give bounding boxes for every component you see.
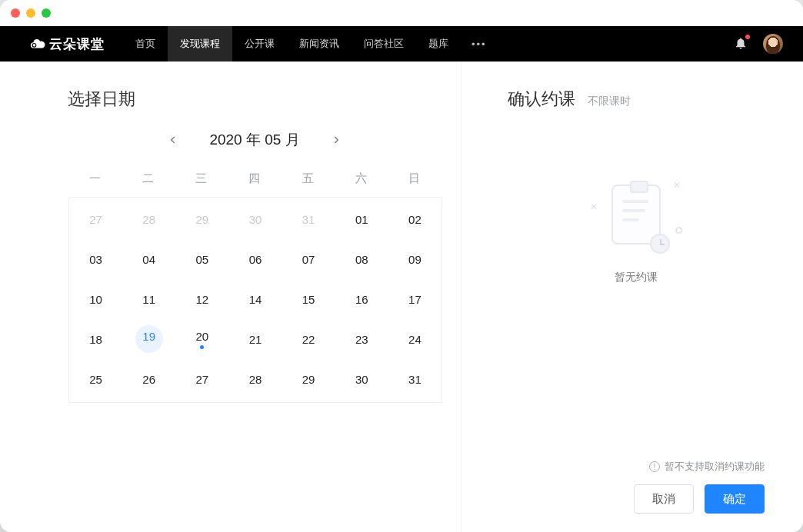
- decoration-circle-icon: [675, 227, 682, 234]
- day-number: 17: [408, 293, 421, 306]
- nav-item[interactable]: 公开课: [232, 26, 287, 62]
- calendar-day[interactable]: 25: [69, 364, 122, 394]
- day-number: 02: [408, 213, 421, 226]
- calendar-day: 31: [282, 204, 335, 234]
- calendar-day[interactable]: 31: [388, 364, 441, 394]
- calendar-day[interactable]: 18: [69, 324, 122, 354]
- nav-item[interactable]: 问答社区: [352, 26, 416, 62]
- day-number: 22: [302, 333, 315, 346]
- calendar-day[interactable]: 23: [335, 324, 388, 354]
- event-dot-icon: [200, 345, 204, 349]
- calendar-day[interactable]: 15: [282, 284, 335, 314]
- window-close-button[interactable]: [11, 8, 20, 18]
- day-number: 27: [89, 213, 102, 226]
- calendar-day[interactable]: 05: [175, 244, 228, 274]
- day-number: 12: [196, 293, 209, 306]
- day-number: 28: [249, 373, 262, 386]
- calendar-day[interactable]: 11: [122, 284, 175, 314]
- clock-icon: [650, 234, 670, 254]
- day-number: 01: [355, 213, 368, 226]
- calendar-day[interactable]: 08: [335, 244, 388, 274]
- empty-state: ✕ ✕ 暂无约课: [590, 180, 682, 284]
- day-number: 31: [302, 213, 315, 226]
- day-number: 24: [408, 333, 421, 346]
- calendar-day: 27: [69, 204, 122, 234]
- day-number: 25: [89, 373, 102, 386]
- day-number: 14: [249, 293, 262, 306]
- calendar-day[interactable]: 29: [282, 364, 335, 394]
- calendar-day[interactable]: 10: [69, 284, 122, 314]
- current-month-label: 2020 年 05 月: [209, 130, 299, 150]
- month-switcher: 2020 年 05 月: [68, 130, 441, 150]
- calendar-day[interactable]: 12: [175, 284, 228, 314]
- calendar-day[interactable]: 24: [388, 324, 441, 354]
- calendar-day[interactable]: 22: [282, 324, 335, 354]
- calendar-day[interactable]: 21: [228, 324, 282, 354]
- window-zoom-button[interactable]: [42, 8, 51, 18]
- day-number: 16: [355, 293, 368, 306]
- calendar-day[interactable]: 30: [335, 364, 388, 394]
- calendar-day[interactable]: 06: [228, 244, 282, 274]
- confirm-button[interactable]: 确定: [705, 484, 765, 514]
- weekday-label: 日: [388, 171, 441, 186]
- day-number: 23: [355, 333, 368, 346]
- day-number: 10: [89, 293, 102, 306]
- brand-logo[interactable]: 云朵课堂: [29, 35, 105, 53]
- weekday-label: 二: [122, 171, 175, 186]
- notification-badge: [745, 35, 750, 39]
- days-grid-container: 2728293031010203040506070809101112141516…: [68, 197, 442, 403]
- user-avatar[interactable]: [763, 34, 783, 54]
- day-number: 03: [89, 253, 102, 266]
- day-number: 06: [249, 253, 262, 266]
- calendar-day[interactable]: 28: [228, 364, 282, 394]
- day-number: 08: [355, 253, 368, 266]
- nav-item[interactable]: 首页: [123, 26, 168, 62]
- calendar: 2020 年 05 月 一二三四五六日 27282930310102030405…: [68, 129, 441, 404]
- calendar-day[interactable]: 17: [388, 284, 441, 314]
- day-number: 04: [142, 253, 155, 266]
- days-grid: 2728293031010203040506070809101112141516…: [69, 204, 441, 394]
- nav-item[interactable]: 新闻资讯: [287, 26, 352, 62]
- nav-item[interactable]: 发现课程: [168, 26, 232, 62]
- day-number: 26: [142, 373, 155, 386]
- decoration-x-icon: ✕: [673, 180, 681, 191]
- notifications-button[interactable]: [734, 36, 748, 52]
- calendar-day[interactable]: 27: [175, 364, 228, 394]
- window-minimize-button[interactable]: [26, 8, 35, 18]
- calendar-day[interactable]: 14: [228, 284, 282, 314]
- weekday-label: 六: [335, 171, 388, 186]
- weekday-label: 一: [68, 171, 122, 186]
- prev-month-button[interactable]: [165, 131, 182, 148]
- calendar-day: 29: [175, 204, 228, 234]
- day-number: 30: [355, 373, 368, 386]
- cancel-button[interactable]: 取消: [634, 484, 694, 514]
- day-number: 05: [196, 253, 209, 266]
- content-area: 选择日期 2020 年 05 月 一二三四五六日 272829303101020…: [0, 62, 803, 532]
- calendar-day: 30: [228, 204, 282, 234]
- calendar-day[interactable]: 19: [122, 324, 175, 354]
- weekday-header: 一二三四五六日: [68, 164, 441, 197]
- app-window: 云朵课堂 首页发现课程公开课新闻资讯问答社区题库 ••• 选择日期 2020 年…: [0, 0, 803, 532]
- calendar-day[interactable]: 26: [122, 364, 175, 394]
- day-number: 07: [302, 253, 315, 266]
- day-number: 31: [408, 373, 421, 386]
- nav-item[interactable]: 题库: [416, 26, 461, 62]
- info-icon: !: [649, 461, 660, 472]
- top-navbar: 云朵课堂 首页发现课程公开课新闻资讯问答社区题库 •••: [0, 26, 803, 62]
- calendar-day[interactable]: 01: [335, 204, 388, 234]
- next-month-button[interactable]: [328, 131, 345, 148]
- decoration-x-icon: ✕: [590, 201, 598, 212]
- calendar-day[interactable]: 16: [335, 284, 388, 314]
- calendar-day[interactable]: 20: [175, 324, 228, 354]
- calendar-day[interactable]: 04: [122, 244, 175, 274]
- chevron-right-icon: [331, 135, 342, 145]
- calendar-day[interactable]: 03: [69, 244, 122, 274]
- day-number: 29: [196, 213, 209, 226]
- nav-more-button[interactable]: •••: [461, 38, 498, 50]
- warning-text: 暂不支持取消约课功能: [665, 460, 765, 474]
- day-number: 15: [302, 293, 315, 306]
- confirm-header: 确认约课 不限课时: [508, 88, 765, 111]
- calendar-day[interactable]: 09: [388, 244, 441, 274]
- calendar-day[interactable]: 02: [388, 204, 441, 234]
- calendar-day[interactable]: 07: [282, 244, 335, 274]
